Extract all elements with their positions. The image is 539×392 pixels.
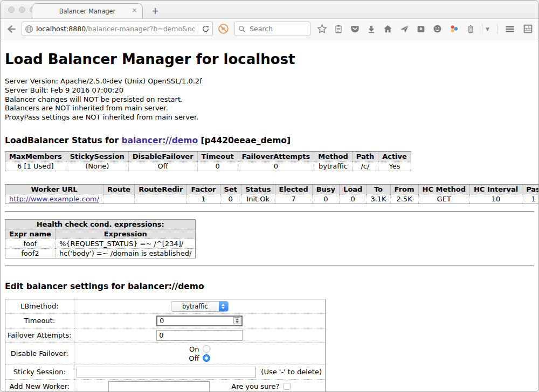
column-header: Expression — [55, 229, 196, 239]
add-worker-label: Add New Worker: — [5, 379, 74, 392]
column-header: Load — [340, 184, 367, 194]
download-box-icon[interactable] — [416, 24, 426, 34]
failover-attempts-input[interactable] — [156, 330, 243, 341]
address-bar[interactable]: localhost:8880/balancer-manager?b=demo&n… — [22, 22, 213, 36]
sticky-session-label: Sticky Session: — [5, 365, 74, 379]
divider — [5, 211, 534, 212]
plugin-blocked-icon[interactable] — [218, 23, 229, 34]
loadbalancer-status-heading: LoadBalancer Status for balancer://demo … — [5, 136, 534, 145]
search-icon — [238, 25, 246, 33]
url-domain: localhost:8880 — [36, 25, 86, 33]
form-row-add-worker: Add New Worker: Are you sure? — [5, 379, 326, 392]
column-header: HC Method — [418, 184, 469, 194]
minimize-window-button[interactable] — [19, 6, 25, 13]
tab-close-icon[interactable]: × — [132, 6, 137, 13]
navigation-toolbar: localhost:8880/balancer-manager?b=demo&n… — [1, 18, 538, 39]
number-spinner-icon[interactable] — [233, 317, 240, 324]
send-icon[interactable] — [399, 24, 410, 34]
add-worker-input[interactable] — [108, 381, 210, 392]
bookmark-star-icon[interactable] — [317, 24, 327, 34]
balancers-note-line: Balancers are NOT inherited from main se… — [5, 104, 534, 113]
form-row-lbmethod: LBmethod: bytraffic — [5, 299, 326, 313]
radio-off-label: Off — [189, 354, 199, 362]
url-path: /balancer-manager?b=demo&nonce=decc37be-… — [86, 25, 195, 33]
back-icon[interactable] — [5, 23, 17, 35]
form-row-sticky-session: Sticky Session: (Use '-' to delete) — [5, 365, 326, 379]
table-row: foof2 hc('body') =~ /domain is establish… — [5, 248, 196, 258]
table-header-row: Health check cond. expressions: — [5, 219, 196, 229]
menu-area — [497, 23, 534, 34]
lbmethod-label: LBmethod: — [5, 299, 74, 313]
table-row: foof %{REQUEST_STATUS} =~ /^[234]/ — [5, 239, 196, 248]
column-header: StickySession — [66, 151, 128, 161]
smiley-icon[interactable] — [432, 24, 443, 34]
column-header: MaxMembers — [5, 151, 66, 161]
cell: Yes — [378, 161, 411, 171]
divider — [5, 265, 534, 267]
home-icon[interactable] — [383, 24, 393, 34]
cell: (None) — [66, 161, 128, 171]
cell: foof — [5, 239, 56, 248]
server-version-line: Server Version: Apache/2.5.0-dev (Unix) … — [5, 77, 534, 86]
colored-dots-icon[interactable] — [449, 24, 459, 34]
overflow-caret-icon[interactable]: ▼ — [486, 26, 489, 32]
cell: 7 — [275, 194, 312, 204]
cell — [135, 194, 187, 204]
clipboard-icon[interactable] — [334, 24, 343, 34]
column-header: Elected — [275, 184, 312, 194]
cell: 0 — [312, 194, 339, 204]
column-header: Factor — [187, 184, 220, 194]
select-stepper-icon — [219, 302, 228, 311]
downloads-icon[interactable] — [367, 24, 376, 34]
menu-icon[interactable] — [505, 24, 515, 34]
cell: 0 — [340, 194, 367, 204]
column-header: Method — [314, 151, 352, 161]
edit-settings-heading: Edit balancer settings for balancer://de… — [5, 282, 534, 291]
column-header: Expr name — [5, 229, 56, 239]
sticky-session-input[interactable] — [77, 367, 257, 377]
column-header: Status — [241, 184, 275, 194]
search-bar — [234, 22, 310, 36]
timeout-label: Timeout: — [5, 313, 74, 328]
column-header: Timeout — [197, 151, 238, 161]
server-built-line: Server Built: Feb 9 2016 07:00:20 — [5, 86, 534, 95]
column-header: To — [367, 184, 390, 194]
battery-icon[interactable] — [466, 24, 475, 34]
timeout-input[interactable] — [156, 316, 243, 326]
column-header: FailoverAttempts — [238, 151, 314, 161]
cell: %{REQUEST_STATUS} =~ /^[234]/ — [55, 239, 196, 248]
form-row-disable-failover: Disable Failover: On Off — [5, 342, 326, 365]
cell: 0 — [238, 161, 314, 171]
toolbar-buttons: ▼ — [317, 24, 489, 34]
search-input[interactable] — [248, 24, 302, 33]
grid-icon[interactable] — [522, 23, 534, 34]
balancer-demo-link[interactable]: balancer://demo — [121, 136, 198, 145]
radio-on[interactable] — [203, 345, 210, 353]
edit-balancer-form: LBmethod: bytraffic Timeout: — [5, 299, 326, 392]
close-window-button[interactable] — [8, 6, 15, 13]
table-row: http://www.example.com/ 1 0 Init Ok 7 0 … — [5, 194, 539, 204]
new-tab-button[interactable]: + — [151, 6, 159, 16]
column-header: Worker URL — [5, 184, 103, 194]
radio-off[interactable] — [203, 354, 210, 362]
are-you-sure-checkbox[interactable] — [284, 383, 291, 390]
url-text: localhost:8880/balancer-manager?b=demo&n… — [36, 25, 195, 33]
reload-icon[interactable] — [202, 25, 210, 33]
worker-url-link[interactable]: http://www.example.com/ — [9, 195, 99, 203]
health-check-table: Health check cond. expressions: Expr nam… — [5, 219, 196, 258]
cell: 6 [1 Used] — [5, 161, 66, 171]
sticky-session-hint: (Use '-' to delete) — [261, 368, 323, 376]
column-header: DisableFailover — [128, 151, 197, 161]
cell: /c/ — [352, 161, 378, 171]
cell: 2.5K — [390, 194, 418, 204]
lbmethod-select[interactable]: bytraffic — [171, 301, 229, 312]
column-header: HC Interval — [469, 184, 522, 194]
table-row: 6 [1 Used] (None) Off 0 0 bytraffic /c/ … — [5, 161, 411, 171]
browser-tab[interactable]: Balancer Manager × — [32, 3, 143, 18]
cell: http://www.example.com/ — [5, 194, 103, 204]
cell: 3.1K — [367, 194, 390, 204]
cell: foof2 — [5, 248, 56, 258]
form-row-timeout: Timeout: — [5, 313, 326, 328]
pocket-icon[interactable] — [350, 24, 360, 34]
browser-window: Balancer Manager × + localhost:8880/bala… — [0, 0, 539, 392]
